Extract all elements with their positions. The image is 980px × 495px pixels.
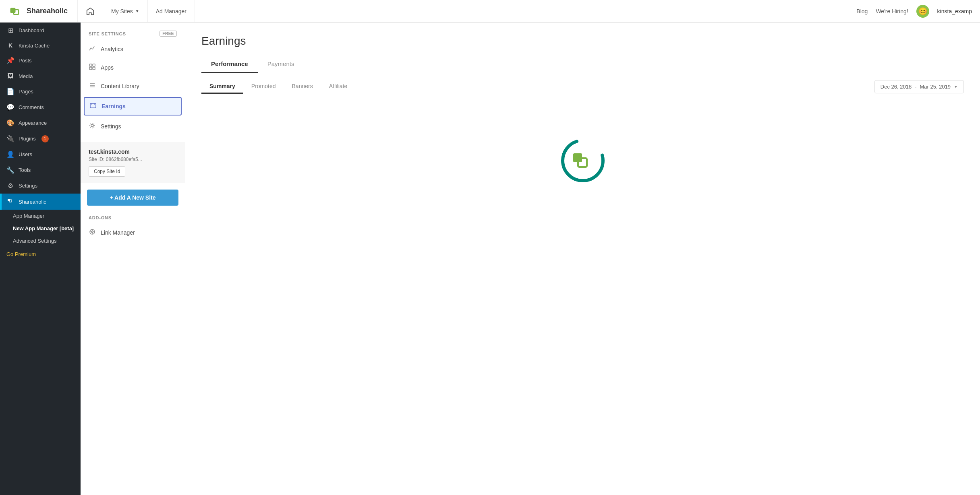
home-nav-item[interactable] [78,0,103,22]
analytics-label: Analytics [101,46,123,52]
wp-admin-sidebar: ⊞ Dashboard K Kinsta Cache 📌 Posts 🖼 Med… [0,23,81,495]
ad-manager-nav-item[interactable]: Ad Manager [148,0,195,22]
add-new-site-button[interactable]: + Add A New Site [87,190,178,206]
plugin-sidebar-content-library[interactable]: Content Library [81,77,185,95]
media-icon: 🖼 [6,72,15,80]
users-icon: 👤 [6,151,15,158]
subtab-affiliate[interactable]: Affiliate [321,80,356,94]
sidebar-subitem-app-manager[interactable]: App Manager [0,210,81,222]
primary-tabs: Performance Payments [201,56,964,73]
top-navigation: Shareaholic My Sites ▼ Ad Manager Blog W… [0,0,980,23]
main-content-area: Earnings Performance Payments Summary Pr… [185,23,980,495]
dashboard-icon: ⊞ [6,27,15,34]
subtab-summary[interactable]: Summary [201,80,243,94]
comments-icon: 💬 [6,103,15,111]
addons-label: ADD-ONS [81,209,185,223]
plugin-sidebar-settings[interactable]: Settings [81,117,185,136]
svg-point-16 [91,231,93,233]
site-settings-label: SITE SETTINGS Free [81,31,185,40]
sidebar-item-kinsta-cache[interactable]: K Kinsta Cache [0,38,81,53]
tab-performance[interactable]: Performance [201,56,258,73]
subtab-promoted[interactable]: Promoted [243,80,284,94]
sidebar-item-pages[interactable]: 📄 Pages [0,84,81,99]
earnings-label: Earnings [102,103,126,109]
plugins-icon: 🔌 [6,135,15,142]
sub-tabs-row: Summary Promoted Banners Affiliate Dec 2… [201,73,964,100]
user-avatar[interactable]: 😊 [916,5,929,18]
sidebar-label-kinsta: Kinsta Cache [19,43,50,49]
sidebar-label-comments: Comments [19,104,44,110]
site-name: test.kinsta.com [89,148,177,155]
apps-label: Apps [101,64,114,71]
chevron-down-icon: ▼ [135,9,139,13]
sidebar-label-settings: Settings [19,183,37,189]
shareaholic-icon [6,198,15,206]
sidebar-item-plugins[interactable]: 🔌 Plugins 1 [0,131,81,146]
site-info-block: test.kinsta.com Site ID: 0862fb680efa5..… [81,142,185,183]
date-range-end: Mar 25, 2019 [920,84,951,90]
top-nav-right: Blog We're Hiring! 😊 kinsta_examp [848,5,980,18]
plugins-badge: 1 [41,135,49,142]
svg-rect-2 [8,199,10,201]
sidebar-label-plugins: Plugins [19,136,36,142]
plugin-sidebar-analytics[interactable]: Analytics [81,40,185,58]
free-badge: Free [160,31,177,37]
content-area: SITE SETTINGS Free Analytics [81,23,980,495]
sidebar-item-posts[interactable]: 📌 Posts [0,53,81,68]
logo-text: Shareaholic [27,7,68,15]
home-icon [86,7,95,16]
posts-icon: 📌 [6,57,15,64]
logo-area[interactable]: Shareaholic [0,0,78,22]
svg-rect-4 [89,64,92,66]
sidebar-item-appearance[interactable]: 🎨 Appearance [0,115,81,131]
sidebar-label-posts: Posts [19,58,32,64]
settings-icon: ⚙ [6,182,15,190]
site-id-value: 0862fb680efa5... [106,157,142,162]
sidebar-subitem-advanced-settings[interactable]: Advanced Settings [0,235,81,247]
link-manager-label: Link Manager [101,229,135,236]
content-library-icon [89,82,96,91]
apps-icon [89,63,96,72]
my-sites-nav-item[interactable]: My Sites ▼ [103,0,148,22]
sidebar-item-shareaholic[interactable]: Shareaholic [0,194,81,210]
blog-link[interactable]: Blog [856,8,868,14]
sidebar-item-settings[interactable]: ⚙ Settings [0,178,81,194]
sidebar-item-comments[interactable]: 💬 Comments [0,99,81,115]
plugin-sidebar-earnings[interactable]: Earnings [84,97,182,116]
svg-rect-0 [10,8,15,13]
sidebar-label-pages: Pages [19,89,33,95]
sidebar-item-dashboard[interactable]: ⊞ Dashboard [0,23,81,38]
site-id-row: Site ID: 0862fb680efa5... [89,157,177,162]
sidebar-label-shareaholic: Shareaholic [19,199,46,205]
sidebar-subitem-new-app-manager[interactable]: New App Manager [beta] [0,222,81,235]
sidebar-go-premium[interactable]: Go Premium [0,247,81,261]
plugin-sidebar-link-manager[interactable]: Link Manager [81,223,185,242]
sidebar-label-dashboard: Dashboard [19,27,44,33]
loading-spinner [559,136,607,185]
main-layout: ⊞ Dashboard K Kinsta Cache 📌 Posts 🖼 Med… [0,23,980,495]
avatar-emoji: 😊 [918,7,927,16]
date-range-picker[interactable]: Dec 26, 2018 - Mar 25, 2019 ▼ [874,80,964,93]
hiring-link[interactable]: We're Hiring! [876,8,908,14]
appearance-icon: 🎨 [6,119,15,127]
sidebar-label-tools: Tools [19,167,31,173]
sidebar-item-users[interactable]: 👤 Users [0,146,81,162]
svg-point-14 [91,124,93,127]
sidebar-item-tools[interactable]: 🔧 Tools [0,162,81,178]
content-library-label: Content Library [101,83,139,89]
tab-payments[interactable]: Payments [258,56,304,73]
spinner-logo-svg [572,149,594,172]
date-range-separator: - [915,84,916,90]
loading-area [201,100,964,221]
copy-site-id-button[interactable]: Copy Site Id [89,166,125,177]
dropdown-chevron-icon: ▼ [954,85,958,89]
sidebar-item-media[interactable]: 🖼 Media [0,68,81,84]
subtab-banners[interactable]: Banners [284,80,321,94]
analytics-icon [89,45,96,54]
svg-rect-5 [93,64,95,66]
plugin-sidebar-apps[interactable]: Apps [81,58,185,77]
page-title: Earnings [201,35,964,47]
svg-rect-11 [90,103,96,108]
tools-icon: 🔧 [6,166,15,174]
kinsta-icon: K [6,42,15,49]
